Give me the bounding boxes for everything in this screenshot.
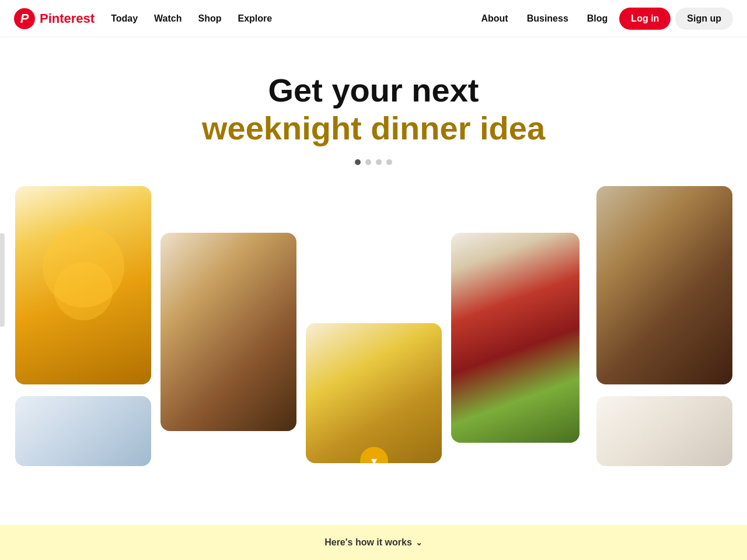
main-nav: Today Watch Shop Explore — [104, 9, 279, 29]
pin-bottom-left[interactable] — [15, 396, 151, 466]
nav-watch[interactable]: Watch — [147, 9, 189, 29]
pinterest-logo-icon: P — [14, 8, 35, 29]
nav-today[interactable]: Today — [104, 9, 145, 29]
dot-4[interactable] — [386, 159, 392, 165]
dot-3[interactable] — [376, 159, 382, 165]
pin-toast[interactable] — [451, 233, 580, 443]
navbar: P Pinterest Today Watch Shop Explore Abo… — [0, 0, 747, 37]
hero-section: Get your next weeknight dinner idea — [0, 37, 747, 186]
nav-about[interactable]: About — [474, 9, 515, 29]
nav-shop[interactable]: Shop — [191, 9, 229, 29]
signup-button[interactable]: Sign up — [675, 8, 733, 30]
nav-explore[interactable]: Explore — [231, 9, 280, 29]
pin-bottom-right[interactable] — [596, 396, 732, 466]
logo-text: Pinterest — [40, 11, 95, 26]
images-section: ▾ — [0, 186, 747, 466]
nav-blog[interactable]: Blog — [580, 9, 615, 29]
scroll-down-button[interactable]: ▾ — [360, 447, 388, 463]
dot-2[interactable] — [365, 159, 371, 165]
logo-link[interactable]: P Pinterest — [14, 8, 95, 29]
nav-business[interactable]: Business — [520, 9, 575, 29]
sidebar-pill — [0, 233, 5, 327]
carousel-dots — [12, 159, 735, 165]
login-button[interactable]: Log in — [619, 8, 671, 30]
pin-bowl[interactable] — [160, 233, 296, 431]
pin-chicken[interactable] — [596, 186, 732, 384]
dot-1[interactable] — [355, 159, 361, 165]
pin-hummus[interactable]: ▾ — [306, 323, 442, 463]
navbar-right: About Business Blog Log in Sign up — [474, 8, 733, 30]
hero-line2: weeknight dinner idea — [12, 108, 735, 148]
pin-drink[interactable] — [15, 186, 151, 384]
hero-line1: Get your next — [12, 72, 735, 108]
